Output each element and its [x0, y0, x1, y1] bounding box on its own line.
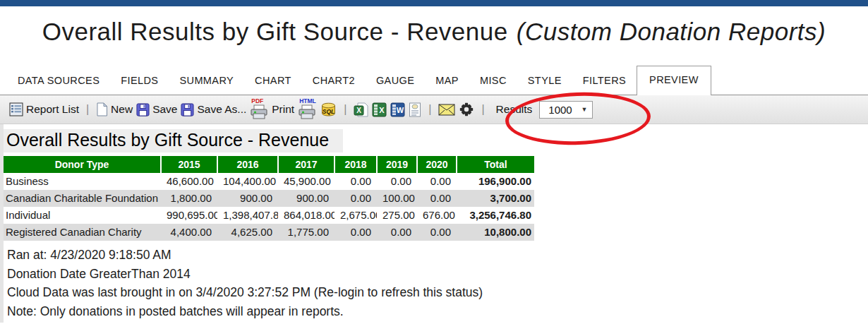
column-header-2017: 2017: [278, 156, 334, 173]
value-cell: 46,600.00: [161, 173, 217, 190]
save-as-button[interactable]: Save As...: [181, 103, 246, 116]
value-cell: 0.00: [334, 173, 377, 190]
toolbar-separator: |: [478, 103, 488, 116]
table-header-row: Donor Type 2015 2016 2017 2018 2019 2020…: [4, 156, 534, 173]
value-cell: 0.00: [334, 190, 377, 207]
excel-export-icon: X: [354, 102, 368, 117]
value-cell: 0.00: [334, 224, 377, 241]
blank-page-icon: [96, 102, 108, 116]
save-button[interactable]: Save: [136, 103, 177, 116]
tab-misc[interactable]: MISC: [469, 68, 517, 95]
value-cell: 0.00: [417, 173, 457, 190]
word-letter: W: [397, 106, 404, 114]
value-cell: 2,675.00: [334, 207, 377, 224]
tab-preview[interactable]: PREVIEW: [637, 66, 711, 95]
tab-filters[interactable]: FILTERS: [572, 68, 637, 95]
page-title-suffix: (Custom Donation Reports): [517, 18, 826, 45]
printer-html-icon: HTML: [298, 99, 317, 120]
settings-button[interactable]: [459, 102, 474, 117]
ran-at-text: Ran at: 4/23/2020 9:18:50 AM: [7, 246, 868, 265]
report-list-label: Report List: [26, 103, 79, 116]
export-excel-button[interactable]: X: [354, 102, 368, 117]
toolbar: Report List | New Save Save As... PDF Pr…: [0, 95, 868, 124]
donor-type-cell: Individual: [4, 207, 161, 224]
word-button[interactable]: W: [390, 102, 405, 117]
page-title: Overall Results by Gift Source - Revenue…: [0, 18, 868, 61]
table-row: Business 46,600.00 104,400.00 45,900.00 …: [4, 173, 534, 190]
save-as-label: Save As...: [197, 103, 246, 116]
table-row: Canadian Charitable Foundation 1,800.00 …: [4, 190, 534, 207]
print-label: Print: [272, 103, 294, 116]
floppy-disk-icon: [181, 103, 194, 116]
page-title-main: Overall Results by Gift Source - Revenue: [42, 18, 508, 45]
tab-map[interactable]: MAP: [425, 68, 469, 95]
page-left-edge: [0, 124, 4, 323]
total-cell: 3,700.00: [457, 190, 534, 207]
value-cell: 900.00: [217, 190, 278, 207]
column-header-2020: 2020: [417, 156, 457, 173]
results-label: Results: [496, 103, 533, 116]
value-cell: 864,018.00: [278, 207, 334, 224]
value-cell: 275.00: [377, 207, 417, 224]
value-cell: 0.00: [377, 173, 417, 190]
value-cell: 676.00: [417, 207, 457, 224]
column-header-2016: 2016: [217, 156, 278, 173]
results-count-select[interactable]: 1000 ▼: [539, 101, 593, 119]
sql-label: SQL: [323, 107, 334, 114]
value-cell: 0.00: [377, 224, 417, 241]
value-cell: 0.00: [417, 224, 457, 241]
results-group: Results 1000 ▼: [496, 101, 593, 119]
excel-icon: X: [372, 102, 387, 117]
email-button[interactable]: [438, 104, 455, 116]
excel-letter: X: [380, 106, 385, 114]
print-pdf-button[interactable]: PDF Print: [250, 99, 294, 120]
gear-icon: [459, 102, 474, 117]
donor-type-cell: Registered Canadian Charity: [4, 224, 161, 241]
value-cell: 0.00: [417, 190, 457, 207]
report-doc-button[interactable]: [409, 102, 421, 117]
report-footer: Ran at: 4/23/2020 9:18:50 AM Donation Da…: [7, 246, 868, 320]
printer-pdf-icon: PDF: [250, 99, 269, 120]
excel-button[interactable]: X: [372, 102, 387, 117]
tab-summary[interactable]: SUMMARY: [169, 68, 244, 95]
new-label: New: [111, 103, 133, 116]
results-count-value: 1000: [548, 104, 572, 116]
tab-gauge[interactable]: GAUGE: [366, 68, 425, 95]
value-cell: 1,398,407.80: [217, 207, 278, 224]
table-row: Individual 990,695.00 1,398,407.80 864,0…: [4, 207, 534, 224]
column-header-2015: 2015: [161, 156, 217, 173]
report-preview-area: Overall Results by Gift Source - Revenue…: [0, 124, 868, 320]
floppy-disk-icon: [136, 103, 150, 116]
tab-bar: DATA SOURCES FIELDS SUMMARY CHART CHART2…: [0, 66, 868, 95]
word-icon: W: [390, 102, 405, 117]
value-cell: 4,625.00: [217, 224, 278, 241]
value-cell: 990,695.00: [161, 207, 217, 224]
print-html-button[interactable]: HTML: [298, 99, 317, 120]
column-header-2019: 2019: [377, 156, 417, 173]
new-button[interactable]: New: [96, 102, 133, 116]
toolbar-separator: |: [83, 103, 92, 116]
column-header-donor-type: Donor Type: [4, 156, 161, 173]
sql-button[interactable]: SQL: [320, 102, 337, 118]
filter-criteria-text: Donation Date GreaterThan 2014: [7, 265, 868, 284]
column-header-total: Total: [457, 156, 534, 173]
report-heading: Overall Results by Gift Source - Revenue: [4, 129, 343, 152]
report-list-button[interactable]: Report List: [9, 102, 79, 116]
donor-type-cell: Business: [4, 173, 161, 190]
results-table: Donor Type 2015 2016 2017 2018 2019 2020…: [4, 156, 534, 241]
note-text: Note: Only donations in posted batches w…: [7, 302, 868, 321]
chevron-down-icon: ▼: [581, 106, 587, 113]
tab-style[interactable]: STYLE: [517, 68, 572, 95]
list-icon: [9, 102, 23, 116]
donor-type-cell: Canadian Charitable Foundation: [4, 190, 161, 207]
envelope-icon: [438, 104, 455, 116]
total-cell: 196,900.00: [457, 173, 534, 190]
column-header-2018: 2018: [334, 156, 377, 173]
total-cell: 10,800.00: [457, 224, 534, 241]
tab-fields[interactable]: FIELDS: [110, 68, 169, 95]
database-icon: SQL: [320, 102, 337, 118]
tab-data-sources[interactable]: DATA SOURCES: [7, 68, 110, 95]
tab-chart2[interactable]: CHART2: [302, 68, 366, 95]
value-cell: 4,400.00: [161, 224, 217, 241]
tab-chart[interactable]: CHART: [244, 68, 302, 95]
